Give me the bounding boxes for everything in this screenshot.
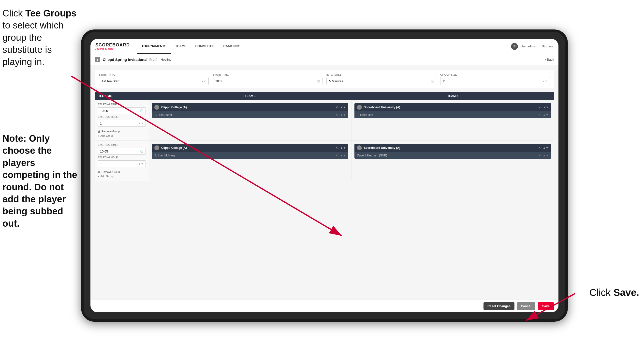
start-type-input[interactable]: 1st Tee Start ▲▼ [99,77,209,85]
tee-groups-bold: Tee Groups [25,8,76,18]
team1-player-controls-2: ✕ ▲▼ [336,154,346,157]
add-group-btn-2[interactable]: + Add Group [98,175,146,178]
tablet-frame: SCOREBOARD Powered by clippd TOURNAMENTS… [81,29,568,322]
team1-player-controls-1: ✕ ▲▼ [336,113,346,117]
starting-hole-input-1[interactable]: 1 ▲▼ [98,120,146,127]
logo-area: SCOREBOARD Powered by clippd [95,42,130,50]
plus-icon-1: + [98,134,99,137]
team1-card-header-2: Clippd College (A) ✕ ▲▼ [152,144,348,152]
logo-powered: Powered by clippd [95,48,130,50]
team1-controls-1: ✕ ▲▼ [336,106,346,109]
team2-controls-2: ✕ ▲▼ [538,146,549,150]
top-nav: SCOREBOARD Powered by clippd TOURNAMENTS… [90,39,558,54]
starting-hole-label-2: STARTING HOLE: [98,156,146,159]
team1-arrow-icon-2[interactable]: ▲▼ [340,146,346,150]
team2-close-icon-1[interactable]: ✕ [538,106,541,109]
team1-arrow-icon-1[interactable]: ▲▼ [340,106,346,109]
team1-close-icon-2[interactable]: ✕ [336,146,338,150]
start-time-input[interactable]: 10:00 🕐 [212,77,322,85]
team1-logo-1 [154,105,159,110]
nav-items: TOURNAMENTS TEAMS COMMITTEE RANKINGS [137,39,511,54]
team1-player-name-2: 2. Blair McHarg [154,154,336,157]
starting-hole-label-1: STARTING HOLE: [98,116,146,118]
nav-committee[interactable]: COMMITTEE [191,39,219,54]
sub-header-title: Clippd Spring Invitational [103,57,148,62]
hole-arrow-2: ▲▼ [138,162,144,165]
starting-hole-input-2[interactable]: 1 ▲▼ [98,160,146,167]
team2-player-controls-2: ✕ ▲▼ [538,154,549,157]
save-button[interactable]: Save [538,302,554,310]
team2-card-header-2: Scoreboard University (A) ✕ ▲▼ [354,144,551,152]
logo-scoreboard: SCOREBOARD [95,42,130,48]
sub-header-back[interactable]: Back [545,58,554,61]
nav-teams[interactable]: TEAMS [171,39,191,54]
team2-player-controls-1: ✕ ▲▼ [538,113,549,117]
player1-close-icon[interactable]: ✕ [336,113,338,117]
settings-start-type: Start Type 1st Tee Start ▲▼ [99,73,209,85]
team1-card-header-1: Clippd College (A) ✕ ▲▼ [152,103,348,111]
team1-controls-2: ✕ ▲▼ [336,146,346,150]
player3-arrow-icon[interactable]: ▲▼ [340,154,346,157]
tee-actions-1: 🗑 Remove Group + Add Group [98,130,146,137]
cancel-button[interactable]: Cancel [517,302,535,310]
start-time-label: Start Time [212,73,322,76]
group-size-arrow: ▲▼ [542,80,548,82]
start-time-clock-icon: 🕐 [317,80,320,82]
player2-arrow-icon[interactable]: ▲▼ [543,113,549,117]
remove-group-btn-2[interactable]: 🗑 Remove Group [98,170,146,174]
group-size-input[interactable]: 2 ▲▼ [440,77,550,85]
team1-player-1: 1. Rich Butler ✕ ▲▼ [152,111,348,118]
bottom-bar: Reset Changes Cancel Save [90,300,558,312]
intervals-label: Intervals [326,73,436,76]
team1-close-icon-1[interactable]: ✕ [336,106,338,109]
tee-table-header: Tee Time Team 1 Team 2 [95,92,554,100]
player3-close-icon[interactable]: ✕ [336,154,338,157]
add-group-btn-1[interactable]: + Add Group [98,134,146,137]
nav-user: blair admin [520,44,536,48]
player1-arrow-icon[interactable]: ▲▼ [340,113,346,117]
sub-header-badge: B [95,57,100,62]
intervals-input[interactable]: 5 Minutes 🕐 [326,77,436,85]
nav-rankings[interactable]: RANKINGS [219,39,244,54]
starting-time-input-2[interactable]: 10:05 🕐 [98,148,146,155]
group-size-label: Group Size [440,73,550,76]
nav-tournaments[interactable]: TOURNAMENTS [137,39,171,54]
team2-player-name-2: Dave Billingham (SUB) [357,154,538,157]
starting-time-input-1[interactable]: 10:00 🕐 [98,107,146,114]
starting-time-label-2: STARTING TIME: [98,144,146,146]
team2-col-1: Scoreboard University (A) ✕ ▲▼ 1. Rees B… [352,100,554,140]
player4-close-icon[interactable]: ✕ [538,154,541,157]
settings-group-size: Group Size 2 ▲▼ [440,73,550,85]
trash-icon-1: 🗑 [98,130,100,133]
start-type-label: Start Type [99,73,209,76]
team1-name-1: Clippd College (A) [161,106,334,109]
note-bold: Note: Only choose the players competing … [2,133,77,229]
player4-arrow-icon[interactable]: ▲▼ [543,154,549,157]
team2-player-name-1: 1. Rees Britt [357,113,538,117]
nav-right: B blair admin | Sign out [511,43,554,50]
team2-arrow-icon-1[interactable]: ▲▼ [543,106,549,109]
plus-icon-2: + [98,175,99,178]
settings-row: Start Type 1st Tee Start ▲▼ Start Time 1… [95,70,554,88]
player2-close-icon[interactable]: ✕ [538,113,541,117]
team2-name-1: Scoreboard University (A) [364,106,536,109]
sub-header-hosting: Hosting [161,58,172,61]
trash-icon-2: 🗑 [98,170,100,173]
team2-col-2: Scoreboard University (A) ✕ ▲▼ Dave Bill… [352,141,554,181]
starting-time-label-1: STARTING TIME: [98,103,146,106]
nav-sign-out[interactable]: Sign out [542,44,554,48]
team2-close-icon-2[interactable]: ✕ [538,146,541,150]
click-save-label: Click Save. [590,287,639,298]
reset-changes-button[interactable]: Reset Changes [484,302,514,310]
intervals-clock-icon: 🕐 [431,80,434,82]
team1-logo-2 [154,145,159,150]
time-clock-icon-2: 🕐 [140,150,144,153]
hole-arrow-1: ▲▼ [138,122,144,125]
team1-name-2: Clippd College (A) [161,146,334,150]
col-team1: Team 1 [149,92,352,100]
team1-player-name-1: 1. Rich Butler [154,113,336,117]
team2-arrow-icon-2[interactable]: ▲▼ [543,146,549,150]
nav-separator: | [538,44,539,48]
remove-group-btn-1[interactable]: 🗑 Remove Group [98,130,146,133]
team2-controls-1: ✕ ▲▼ [538,106,549,109]
